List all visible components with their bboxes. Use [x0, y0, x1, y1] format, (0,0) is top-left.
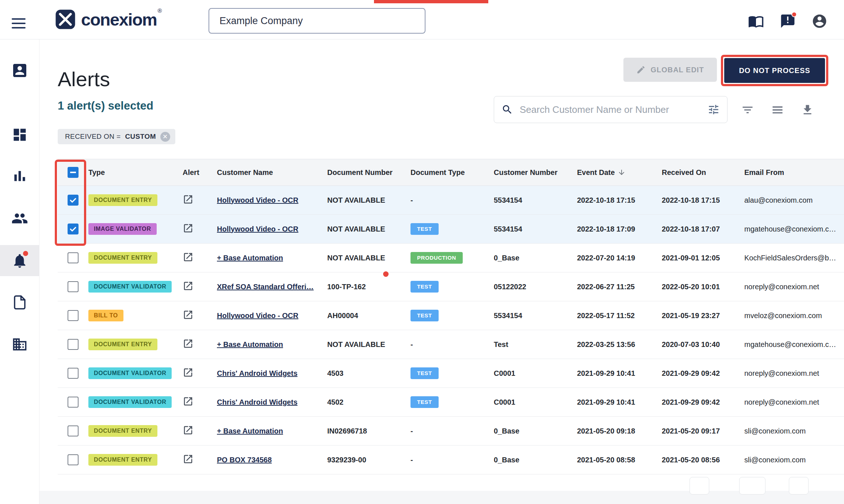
column-header-received-on[interactable]: Received On: [662, 168, 744, 177]
row-checkbox[interactable]: [68, 310, 79, 321]
doc-type-badge: TEST: [410, 367, 439, 379]
cell-customer-number: 0_Base: [494, 254, 577, 262]
cell-document-number: NOT AVAILABLE: [327, 196, 410, 205]
pagination-control[interactable]: [789, 477, 809, 495]
open-alert-icon[interactable]: [183, 194, 194, 205]
row-checkbox[interactable]: [68, 195, 79, 206]
doc-type-badge: TEST: [410, 223, 439, 235]
customer-link[interactable]: Hollywood Video - OCR: [217, 225, 298, 233]
sidebar-item-company[interactable]: [0, 335, 39, 354]
row-checkbox[interactable]: [68, 224, 79, 234]
row-checkbox[interactable]: [68, 281, 79, 292]
column-header-document-type[interactable]: Document Type: [410, 168, 494, 177]
row-density-icon[interactable]: [771, 103, 784, 117]
customer-link[interactable]: Hollywood Video - OCR: [217, 312, 298, 320]
sidebar-item-documents[interactable]: [0, 293, 39, 312]
pagination-control[interactable]: [739, 477, 765, 495]
cell-event-date: 2022-03-25 13:56: [577, 340, 662, 349]
customer-link[interactable]: XRef SOA Standard Offeri…: [217, 283, 314, 291]
sidebar-item-alerts[interactable]: [0, 245, 39, 276]
sidebar-item-reports[interactable]: [0, 167, 39, 186]
feedback-icon[interactable]: [780, 13, 796, 29]
open-alert-icon[interactable]: [183, 425, 194, 436]
cell-event-date: 2022-10-18 17:15: [577, 196, 662, 205]
column-header-alert[interactable]: Alert: [183, 168, 217, 177]
table-row: DOCUMENT ENTRYHollywood Video - OCRNOT A…: [58, 186, 844, 215]
column-header-type[interactable]: Type: [88, 168, 183, 177]
download-icon[interactable]: [801, 103, 814, 117]
doc-type-badge: TEST: [410, 281, 439, 293]
customer-link[interactable]: + Base Automation: [217, 340, 283, 348]
row-checkbox[interactable]: [68, 425, 79, 436]
table-row: DOCUMENT ENTRY+ Base AutomationNOT AVAIL…: [58, 244, 844, 272]
column-header-document-number[interactable]: Document Number: [327, 168, 410, 177]
annotation-red-dot: [383, 271, 389, 277]
open-alert-icon[interactable]: [183, 396, 194, 407]
cell-document-type: -: [410, 456, 494, 464]
column-header-customer-name[interactable]: Customer Name: [217, 168, 327, 177]
cell-received-on: 2021-09-29 09:42: [662, 398, 744, 406]
type-badge: IMAGE VALIDATOR: [88, 223, 157, 235]
doc-type-badge: TEST: [410, 396, 439, 408]
sidebar-item-dashboard[interactable]: [0, 126, 39, 144]
sidebar-item-users[interactable]: [0, 209, 39, 228]
brand-name: conexiom®: [81, 9, 161, 30]
footer-strip: [39, 491, 844, 504]
cell-received-on: 2020-07-03 10:40: [662, 340, 744, 349]
hamburger-menu-icon[interactable]: [12, 18, 26, 28]
table-header-row: TypeAlertCustomer NameDocument NumberDoc…: [58, 159, 844, 186]
cell-event-date: 2022-07-20 14:19: [577, 254, 662, 262]
cell-customer-number: 05122022: [494, 283, 577, 291]
column-header-customer-number[interactable]: Customer Number: [494, 168, 577, 177]
open-alert-icon[interactable]: [183, 367, 194, 378]
customer-link[interactable]: Chris' Android Widgets: [217, 398, 298, 406]
search-input[interactable]: [519, 104, 702, 116]
dashboard-icon: [12, 127, 28, 143]
search-box: [494, 96, 727, 123]
column-header-email-from[interactable]: Email From: [744, 168, 844, 177]
open-alert-icon[interactable]: [183, 223, 194, 234]
knowledge-base-icon[interactable]: [748, 13, 764, 29]
user-account-icon[interactable]: [811, 13, 828, 29]
advanced-filter-tune-icon[interactable]: [707, 103, 720, 116]
cell-customer-number: 5534154: [494, 312, 577, 320]
row-checkbox[interactable]: [68, 454, 79, 465]
customer-link[interactable]: + Base Automation: [217, 254, 283, 262]
cell-email-from: KochFieldSalesOrders@b…: [744, 254, 844, 262]
chip-close-icon[interactable]: ✕: [160, 132, 170, 142]
search-icon: [501, 104, 513, 115]
row-checkbox[interactable]: [68, 397, 79, 408]
type-badge: DOCUMENT ENTRY: [88, 425, 157, 437]
select-all-checkbox[interactable]: [68, 167, 79, 178]
company-selector[interactable]: Example Company: [209, 8, 425, 34]
row-checkbox[interactable]: [68, 368, 79, 379]
customer-link[interactable]: PO BOX 734568: [217, 456, 272, 464]
cell-email-from: mgatehouse@conexiom.c…: [744, 340, 844, 349]
type-badge: DOCUMENT ENTRY: [88, 252, 157, 264]
customer-link[interactable]: + Base Automation: [217, 427, 283, 435]
global-edit-button[interactable]: GLOBAL EDIT: [623, 58, 717, 82]
cell-document-type: -: [410, 427, 494, 435]
customer-link[interactable]: Chris' Android Widgets: [217, 369, 298, 377]
open-alert-icon[interactable]: [183, 280, 194, 291]
table-row: DOCUMENT VALIDATORXRef SOA Standard Offe…: [58, 272, 844, 301]
sidebar-item-contacts[interactable]: [0, 61, 39, 80]
document-icon: [12, 295, 27, 310]
row-checkbox[interactable]: [68, 252, 79, 263]
customer-link[interactable]: Hollywood Video - OCR: [217, 196, 298, 204]
row-checkbox[interactable]: [68, 339, 79, 350]
column-header-event-date[interactable]: Event Date: [577, 168, 662, 177]
cell-customer-number: 5534154: [494, 196, 577, 205]
cell-document-number: IN02696718: [327, 427, 410, 435]
open-alert-icon[interactable]: [183, 309, 194, 320]
filter-list-icon[interactable]: [741, 103, 754, 117]
open-alert-icon[interactable]: [183, 338, 194, 349]
cell-event-date: 2021-05-20 08:58: [577, 456, 662, 464]
pagination-control[interactable]: [690, 477, 709, 495]
cell-email-from: noreply@conexiom.net: [744, 283, 844, 291]
table-row: DOCUMENT VALIDATORChris' Android Widgets…: [58, 359, 844, 388]
cell-email-from: sli@conexiom.com: [744, 427, 844, 435]
open-alert-icon[interactable]: [183, 454, 194, 465]
open-alert-icon[interactable]: [183, 252, 194, 263]
do-not-process-button[interactable]: DO NOT PROCESS: [724, 58, 825, 83]
